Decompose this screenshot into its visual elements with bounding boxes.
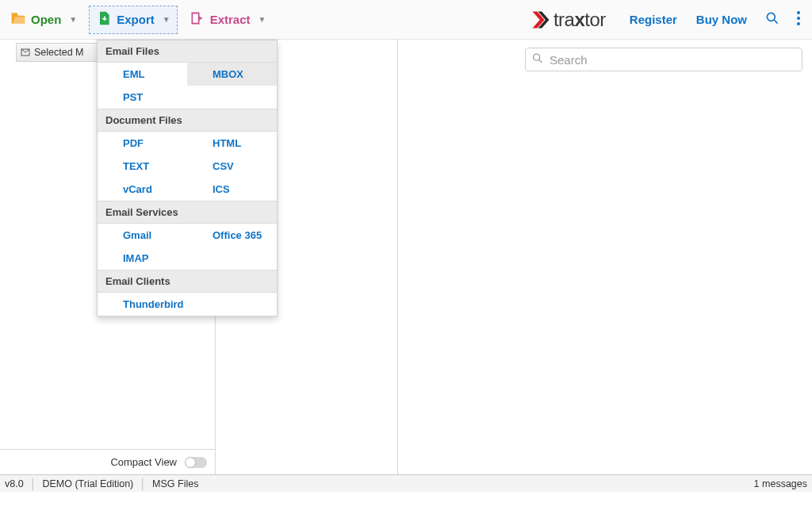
- export-thunderbird[interactable]: Thunderbird: [98, 293, 277, 316]
- compact-view-label: Compact View: [110, 456, 177, 468]
- extract-icon: [190, 10, 205, 29]
- section-email-services: Email Services: [98, 201, 277, 224]
- export-eml[interactable]: EML: [98, 63, 187, 86]
- main-toolbar: Open ▼ Export ▼ Extract ▼ traxtor Regist…: [0, 0, 812, 40]
- search-input[interactable]: [525, 48, 802, 71]
- section-email-clients: Email Clients: [98, 270, 277, 293]
- buy-now-link[interactable]: Buy Now: [696, 13, 747, 26]
- preview-pane: [398, 40, 812, 474]
- section-document-files: Document Files: [98, 109, 277, 132]
- search-wrap: [525, 48, 802, 71]
- svg-point-0: [767, 13, 775, 21]
- search-icon: [531, 52, 544, 67]
- compact-view-toggle[interactable]: [185, 457, 207, 468]
- chevron-down-icon: ▼: [69, 15, 77, 24]
- compact-view-row: Compact View: [0, 449, 215, 474]
- folder-open-icon: [10, 10, 26, 29]
- open-button[interactable]: Open ▼: [3, 6, 84, 34]
- brand-logo: traxtor: [530, 9, 606, 31]
- svg-point-5: [534, 54, 540, 60]
- chevron-down-icon: ▼: [259, 15, 266, 24]
- version-label: v8.0: [5, 478, 24, 489]
- more-icon[interactable]: [796, 10, 801, 29]
- chevron-down-icon: ▼: [163, 15, 170, 24]
- selected-folder-label: Selected M: [34, 47, 84, 58]
- status-bar: v8.0 │ DEMO (Trial Edition) │ MSG Files …: [0, 474, 812, 492]
- extract-button[interactable]: Extract ▼: [182, 6, 274, 34]
- edition-label: DEMO (Trial Edition): [42, 478, 133, 489]
- register-link[interactable]: Register: [630, 13, 677, 26]
- msg-file-icon: [20, 48, 31, 57]
- extract-label: Extract: [210, 13, 251, 26]
- export-csv[interactable]: CSV: [187, 155, 277, 178]
- file-export-icon: [96, 10, 112, 29]
- open-label: Open: [31, 13, 61, 26]
- export-vcard[interactable]: vCard: [98, 178, 187, 201]
- svg-point-3: [797, 22, 800, 25]
- export-imap[interactable]: IMAP: [98, 247, 277, 270]
- export-o365[interactable]: Office 365: [187, 224, 277, 247]
- message-count: 1 messages: [754, 478, 807, 489]
- export-text[interactable]: TEXT: [98, 155, 187, 178]
- search-icon[interactable]: [764, 10, 780, 29]
- export-label: Export: [117, 13, 155, 26]
- section-email-files: Email Files: [98, 40, 277, 63]
- export-dropdown: Email Files EML MBOX PST Document Files …: [97, 40, 278, 317]
- export-mbox[interactable]: MBOX: [187, 63, 277, 86]
- svg-point-2: [797, 17, 800, 20]
- export-html[interactable]: HTML: [187, 132, 277, 155]
- export-button[interactable]: Export ▼: [89, 6, 177, 34]
- filetype-label: MSG Files: [152, 478, 198, 489]
- export-ics[interactable]: ICS: [187, 178, 277, 201]
- export-gmail[interactable]: Gmail: [98, 224, 187, 247]
- export-pdf[interactable]: PDF: [98, 132, 187, 155]
- export-pst[interactable]: PST: [98, 86, 277, 109]
- svg-point-1: [797, 11, 800, 14]
